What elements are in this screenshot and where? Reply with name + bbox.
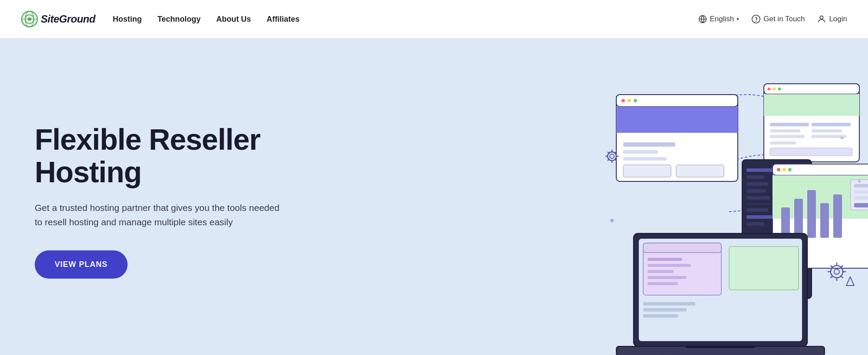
svg-rect-62 [854, 203, 868, 207]
svg-rect-71 [648, 282, 678, 285]
svg-point-84 [841, 137, 843, 139]
svg-point-51 [788, 168, 792, 171]
svg-rect-32 [770, 141, 796, 145]
svg-rect-38 [746, 168, 773, 172]
hero-section: Flexible Reseller Hosting Get a trusted … [0, 38, 868, 355]
svg-point-50 [783, 168, 786, 171]
svg-point-80 [834, 269, 839, 274]
svg-point-12 [621, 99, 625, 102]
get-in-touch-label: Get in Touch [763, 15, 805, 23]
nav-item-about-us[interactable]: About Us [216, 15, 251, 24]
nav-item-affiliates[interactable]: Affiliates [266, 15, 299, 24]
svg-point-27 [778, 88, 781, 91]
logo-link[interactable]: SiteGround [21, 10, 95, 28]
nav-right: English ▾ Get in Touch Login [698, 14, 847, 24]
svg-rect-45 [746, 215, 773, 219]
svg-rect-41 [746, 189, 766, 193]
svg-rect-31 [770, 135, 805, 138]
svg-point-8 [756, 21, 756, 21]
svg-rect-74 [643, 308, 687, 312]
navbar: SiteGround Hosting Technology About Us A… [0, 0, 868, 38]
svg-rect-19 [623, 165, 671, 177]
hero-title: Flexible Reseller Hosting [35, 123, 330, 188]
svg-rect-18 [623, 157, 667, 161]
svg-rect-36 [770, 148, 852, 156]
svg-rect-44 [746, 208, 768, 212]
svg-point-26 [773, 88, 776, 91]
hero-content: Flexible Reseller Hosting Get a trusted … [35, 123, 330, 279]
svg-rect-48 [773, 164, 868, 175]
svg-rect-54 [794, 199, 803, 238]
user-icon [817, 14, 826, 24]
svg-rect-60 [854, 190, 868, 194]
chevron-down-icon: ▾ [736, 16, 739, 22]
get-in-touch-button[interactable]: Get in Touch [751, 14, 805, 24]
svg-rect-33 [812, 123, 851, 126]
svg-rect-75 [643, 314, 678, 318]
svg-rect-70 [648, 276, 687, 279]
view-plans-button[interactable]: VIEW PLANS [35, 250, 128, 279]
svg-rect-72 [729, 247, 799, 290]
svg-rect-15 [616, 107, 738, 133]
svg-rect-56 [820, 203, 829, 238]
svg-rect-39 [746, 175, 764, 179]
nav-item-hosting[interactable]: Hosting [113, 15, 142, 24]
translate-icon [698, 15, 707, 23]
svg-marker-81 [846, 277, 854, 286]
logo-text: SiteGround [41, 13, 95, 25]
svg-rect-73 [643, 302, 695, 306]
svg-rect-30 [770, 129, 800, 132]
svg-point-13 [628, 99, 631, 102]
svg-rect-16 [623, 142, 675, 147]
svg-rect-66 [643, 243, 721, 253]
svg-rect-34 [812, 129, 842, 132]
svg-point-25 [768, 88, 771, 91]
svg-rect-69 [648, 270, 674, 273]
hero-subtitle: Get a trusted hosting partner that gives… [35, 201, 286, 230]
svg-rect-57 [833, 194, 842, 238]
svg-point-82 [610, 219, 614, 222]
svg-rect-17 [623, 150, 658, 154]
svg-point-22 [610, 154, 614, 158]
nav-links: Hosting Technology About Us Affiliates [113, 15, 699, 24]
svg-point-9 [820, 16, 823, 19]
svg-rect-77 [686, 345, 755, 348]
svg-rect-29 [770, 123, 809, 126]
svg-point-14 [634, 99, 637, 102]
svg-rect-61 [854, 196, 868, 200]
hero-illustration [529, 60, 868, 355]
logo-icon [21, 10, 38, 28]
language-selector[interactable]: English ▾ [698, 15, 739, 23]
nav-item-technology[interactable]: Technology [158, 15, 201, 24]
svg-rect-55 [807, 190, 816, 238]
svg-rect-59 [854, 184, 868, 187]
svg-rect-42 [746, 196, 770, 200]
svg-rect-20 [676, 165, 724, 177]
svg-rect-46 [746, 222, 764, 226]
help-icon [751, 14, 761, 24]
login-label: Login [829, 15, 847, 23]
svg-rect-68 [648, 264, 691, 267]
svg-point-49 [777, 168, 780, 171]
svg-rect-67 [648, 258, 682, 261]
svg-rect-28 [764, 94, 859, 116]
language-label: English [710, 15, 734, 23]
svg-point-83 [858, 180, 861, 183]
svg-rect-40 [746, 182, 768, 186]
login-button[interactable]: Login [817, 14, 847, 24]
